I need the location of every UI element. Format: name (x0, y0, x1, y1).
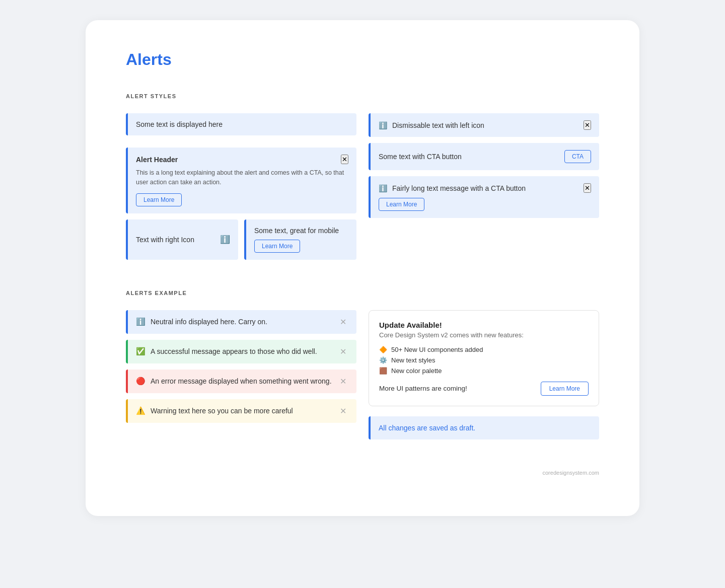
complex-alert-body: This is a long text explaining about the… (136, 168, 348, 187)
complex-alert: Alert Header ✕ This is a long text expla… (126, 148, 356, 213)
dismissible-close[interactable]: ✕ (584, 120, 591, 130)
feature-icon-3: 🟫 (379, 367, 387, 375)
cta-alert-text: Some text with CTA button (379, 153, 462, 161)
update-card-subtitle: Core Design System v2 comes with new fea… (379, 331, 589, 339)
right-icon-text: Text with right Icon (136, 236, 194, 244)
cta-button[interactable]: CTA (564, 150, 591, 163)
complex-cta-text: Fairly long text message with a CTA butt… (392, 184, 526, 192)
update-card-bottom: More UI patterns are coming! Learn More (379, 382, 589, 396)
coming-soon-text: More UI patterns are coming! (379, 385, 467, 392)
styles-right-col: ℹ️ Dismissable text with left icon ✕ Som… (369, 113, 599, 260)
alerts-example-label: ALERTS EXAMPLE (126, 290, 599, 296)
complex-cta-left: ℹ️ Fairly long text message with a CTA b… (379, 184, 526, 192)
info-alert-text: Neutral info displayed here. Carry on. (151, 318, 333, 326)
feature-item-1: 🔶 50+ New UI components added (379, 346, 589, 353)
main-card: Alerts ALERT STYLES Some text is display… (86, 20, 639, 516)
info-alert-close[interactable]: ✕ (338, 317, 348, 327)
feature-text-3: New color palette (391, 367, 442, 375)
warning-alert: ⚠️ Warning text here so you can be more … (126, 399, 356, 423)
complex-cta-close[interactable]: ✕ (584, 183, 591, 193)
complex-cta-learn-btn[interactable]: Learn More (379, 198, 424, 211)
styles-left-col: Some text is displayed here Alert Header… (126, 113, 356, 260)
draft-alert: All changes are saved as draft. (369, 416, 599, 439)
complex-cta-icon: ℹ️ (379, 184, 387, 192)
feature-text-1: 50+ New UI components added (391, 346, 483, 353)
feature-list: 🔶 50+ New UI components added ⚙️ New tex… (379, 346, 589, 375)
info-circle-icon: ℹ️ (220, 235, 230, 244)
feature-icon-2: ⚙️ (379, 356, 387, 364)
success-alert-close[interactable]: ✕ (338, 347, 348, 356)
simple-alert: Some text is displayed here (126, 113, 356, 135)
complex-cta-top-row: ℹ️ Fairly long text message with a CTA b… (379, 183, 591, 193)
dismissible-left: ℹ️ Dismissable text with left icon (379, 121, 484, 129)
complex-alert-title: Alert Header (136, 156, 178, 164)
update-card-title: Update Available! (379, 321, 589, 329)
cta-alert: Some text with CTA button CTA (369, 143, 599, 170)
alert-styles-section: ALERT STYLES Some text is displayed here… (126, 93, 599, 260)
complex-cta-alert: ℹ️ Fairly long text message with a CTA b… (369, 176, 599, 218)
dismissible-text: Dismissable text with left icon (392, 121, 484, 129)
error-alert-close[interactable]: ✕ (338, 377, 348, 386)
right-icon-alert: Text with right Icon ℹ️ (126, 219, 238, 260)
success-alert-text: A successful message appears to those wh… (151, 347, 333, 355)
info-alert: ℹ️ Neutral info displayed here. Carry on… (126, 310, 356, 334)
feature-item-3: 🟫 New color palette (379, 367, 589, 375)
update-learn-more-btn[interactable]: Learn More (541, 382, 589, 396)
success-alert: ✅ A successful message appears to those … (126, 340, 356, 363)
complex-alert-close[interactable]: ✕ (341, 155, 348, 164)
examples-left-col: ℹ️ Neutral info displayed here. Carry on… (126, 310, 356, 423)
feature-item-2: ⚙️ New text styles (379, 356, 589, 364)
alert-styles-label: ALERT STYLES (126, 93, 599, 99)
alert-styles-grid: Some text is displayed here Alert Header… (126, 113, 599, 260)
info-alert-icon: ℹ️ (136, 317, 146, 326)
feature-icon-1: 🔶 (379, 346, 387, 353)
mobile-alert-learn-btn[interactable]: Learn More (254, 240, 300, 253)
dismissible-info-icon: ℹ️ (379, 121, 387, 129)
alerts-example-section: ALERTS EXAMPLE ℹ️ Neutral info displayed… (126, 290, 599, 439)
warning-alert-close[interactable]: ✕ (338, 406, 348, 416)
mobile-alert: Some text, great for mobile Learn More (244, 219, 356, 260)
feature-text-2: New text styles (391, 356, 435, 364)
error-alert-text: An error message displayed when somethin… (151, 377, 333, 385)
error-alert: 🔴 An error message displayed when someth… (126, 370, 356, 393)
examples-right-col: Update Available! Core Design System v2 … (369, 310, 599, 439)
footer-url: coredesignsystem.com (126, 470, 599, 476)
draft-alert-text: All changes are saved as draft. (379, 424, 475, 432)
dismissible-alert: ℹ️ Dismissable text with left icon ✕ (369, 113, 599, 137)
update-card: Update Available! Core Design System v2 … (369, 310, 599, 406)
page-title: Alerts (126, 50, 599, 69)
warning-alert-text: Warning text here so you can be more car… (151, 407, 333, 415)
simple-alert-text: Some text is displayed here (136, 120, 348, 128)
complex-alert-header-row: Alert Header ✕ (136, 155, 348, 164)
complex-alert-learn-btn[interactable]: Learn More (136, 193, 182, 206)
icon-mobile-row: Text with right Icon ℹ️ Some text, great… (126, 219, 356, 260)
error-icon: 🔴 (136, 377, 146, 386)
success-icon: ✅ (136, 347, 146, 356)
warning-icon: ⚠️ (136, 406, 146, 415)
examples-grid: ℹ️ Neutral info displayed here. Carry on… (126, 310, 599, 439)
mobile-alert-text: Some text, great for mobile (254, 227, 339, 235)
